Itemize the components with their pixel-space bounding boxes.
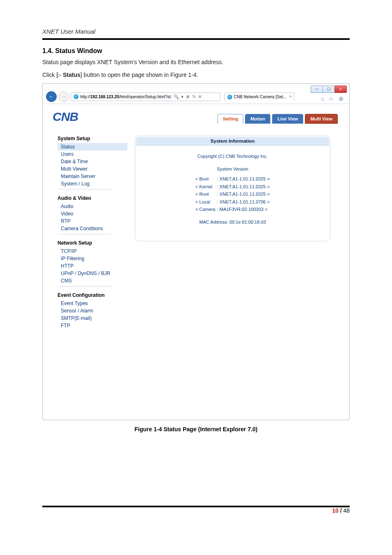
sidebar-item-system-log[interactable]: System / Log <box>58 180 127 187</box>
browser-chrome: — ▢ x ← ← http://192.168.123.25/html/ope… <box>43 84 349 104</box>
sidebar-item-sensor-alarm[interactable]: Sensor / Alarm <box>58 307 127 314</box>
address-bar-tools[interactable]: 🔍 ▾ 🗎 ↻ ✕ <box>173 94 202 99</box>
sidebar-group-audio-video: Audio & Video <box>58 195 127 201</box>
sidebar-item-cms[interactable]: CMS <box>58 277 127 284</box>
tab-live-view[interactable]: Live View <box>272 114 303 124</box>
sidebar-item-upnp[interactable]: UPnP / DynDNS / BJR <box>58 270 127 277</box>
play-icon: ▷ <box>58 72 61 77</box>
nav-back-button[interactable]: ← <box>46 91 57 102</box>
sidebar-item-date-time[interactable]: Date & Time <box>58 158 127 165</box>
window-maximize-button[interactable]: ▢ <box>323 86 335 93</box>
table-row: < Kernel: XNET.A1-1.01.11.0325 > <box>195 183 270 190</box>
tab-close-icon[interactable]: ✕ <box>289 95 292 99</box>
top-tabbar: Setting Motion Live View Multi View <box>216 114 338 124</box>
tab-title: CNB Network Camera [Set... <box>234 95 286 99</box>
intro-paragraph-1: Status page displays XNET System's Versi… <box>42 58 350 67</box>
sidebar-divider <box>58 234 111 234</box>
table-row: < Camera: MA1F3VR-02-100203 > <box>195 206 270 213</box>
sidebar: System Setup Status Users Date & Time Mu… <box>52 136 127 331</box>
address-bar[interactable]: http://192.168.123.25/html/operator/Setu… <box>71 92 220 101</box>
page-tools-icons[interactable]: ⌂ ☆ ⚙ <box>321 96 345 102</box>
version-table: < Boot: XNET.A1-1.01.11.0325 > < Kernel:… <box>194 175 271 214</box>
ie-icon <box>74 94 78 99</box>
ie-icon <box>227 95 232 99</box>
browser-tab[interactable]: CNB Network Camera [Set... ✕ <box>224 92 294 101</box>
window-minimize-button[interactable]: — <box>311 86 323 93</box>
cnb-logo: CNB <box>53 110 78 124</box>
sidebar-item-rtp[interactable]: RTP <box>58 217 127 225</box>
window-close-button[interactable]: x <box>334 86 347 93</box>
table-row: < Local: XNET.A1-1.01.11.0706 > <box>195 199 270 206</box>
sidebar-item-audio[interactable]: Audio <box>58 203 127 210</box>
sidebar-item-smtp[interactable]: SMTP(E-mail) <box>58 314 127 322</box>
section-title: 1.4. Status Window <box>42 47 350 55</box>
sidebar-item-http[interactable]: HTTP <box>58 262 127 270</box>
system-info-panel: System Information Copyright (C) CNB Tec… <box>135 136 330 241</box>
copyright-text: Copyright (C) CNB Technology Inc. <box>136 153 329 160</box>
nav-forward-button[interactable]: ← <box>58 91 69 102</box>
sidebar-group-event-configuration: Event Configuration <box>58 292 127 298</box>
footer-rule <box>42 506 350 507</box>
sidebar-item-maintain-server[interactable]: Maintain Server <box>58 173 127 180</box>
sidebar-item-video[interactable]: Video <box>58 210 127 217</box>
sidebar-item-users[interactable]: Users <box>58 150 127 158</box>
tab-multi-view[interactable]: Multi View <box>305 114 338 124</box>
panel-title: System Information <box>136 137 329 146</box>
sidebar-group-network-setup: Network Setup <box>58 240 127 246</box>
intro-paragraph-2: Click [▷ Status] button to open the page… <box>42 71 350 79</box>
browser-window: — ▢ x ← ← http://192.168.123.25/html/ope… <box>42 83 350 420</box>
main-panel: System Information Copyright (C) CNB Tec… <box>135 136 340 331</box>
sidebar-divider <box>58 286 111 287</box>
mac-address-text: MAC Address: 00:1e:81:00:18:d3 <box>136 219 329 226</box>
tab-motion[interactable]: Motion <box>245 114 270 124</box>
url-text: http://192.168.123.25/html/operator/Setu… <box>80 95 172 99</box>
figure-caption: Figure 1-4 Status Page (Internet Explore… <box>42 426 350 432</box>
system-version-label: System Version <box>136 166 329 173</box>
table-row: < Root: XNET.A1-1.01.11.0325 > <box>195 191 270 198</box>
table-row: < Boot: XNET.A1-1.01.11.0325 > <box>195 176 270 183</box>
sidebar-item-status[interactable]: Status <box>58 143 127 150</box>
sidebar-item-event-types[interactable]: Event Types <box>58 300 127 307</box>
sidebar-item-tcpip[interactable]: TCP/IP <box>58 247 127 255</box>
sidebar-divider <box>58 189 111 190</box>
tab-setting[interactable]: Setting <box>217 114 243 124</box>
sidebar-item-ip-filtering[interactable]: IP Filtering <box>58 255 127 262</box>
sidebar-item-ftp[interactable]: FTP <box>58 322 127 329</box>
sidebar-item-multi-viewer[interactable]: Multi Viewer <box>58 165 127 173</box>
sidebar-group-system-setup: System Setup <box>58 136 127 141</box>
header-rule <box>42 38 350 40</box>
page-number: 10 / 48 <box>332 507 350 514</box>
doc-header: XNET User Manual <box>42 28 350 35</box>
sidebar-item-camera-conditions[interactable]: Camera Conditions <box>58 225 127 232</box>
page-viewport: CNB Setting Motion Live View Multi View … <box>43 104 349 420</box>
